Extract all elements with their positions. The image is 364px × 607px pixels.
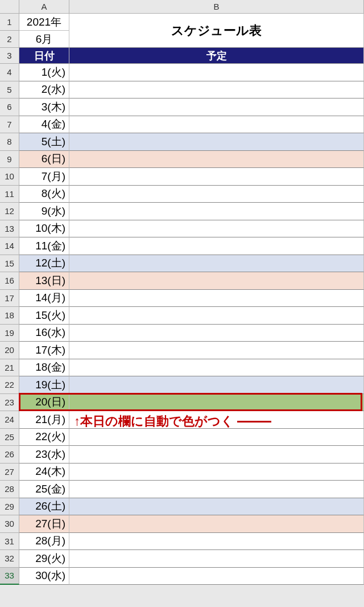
cell-date[interactable]: 27(日) (19, 515, 69, 533)
cell-date[interactable]: 29(火) (19, 550, 69, 568)
cell-month[interactable]: 6月 (19, 31, 69, 48)
row-header[interactable]: 21 (0, 359, 19, 377)
row-header[interactable]: 30 (0, 515, 19, 533)
row-header[interactable]: 18 (0, 307, 19, 325)
cell-plan[interactable] (69, 498, 364, 516)
cell-plan[interactable] (69, 481, 364, 498)
cell-date[interactable]: 10(木) (19, 220, 69, 238)
row-header[interactable]: 31 (0, 533, 19, 551)
cell-plan[interactable] (69, 116, 364, 134)
cell-date[interactable]: 2(水) (19, 81, 69, 99)
cell-plan[interactable] (69, 394, 364, 412)
cell-plan[interactable] (69, 81, 364, 99)
cell-date[interactable]: 24(木) (19, 464, 69, 481)
cell-date[interactable]: 7(月) (19, 168, 69, 186)
row-header[interactable]: 5 (0, 81, 19, 99)
cell-plan[interactable] (69, 255, 364, 273)
cell-date[interactable]: 21(月) (19, 411, 69, 429)
cell-plan[interactable] (69, 151, 364, 169)
cell-date[interactable]: 16(水) (19, 325, 69, 342)
row-header[interactable]: 7 (0, 116, 19, 134)
cell-plan[interactable] (69, 307, 364, 325)
cell-plan[interactable] (69, 342, 364, 359)
row-header[interactable]: 32 (0, 550, 19, 568)
cell-date[interactable]: 18(金) (19, 359, 69, 377)
cell-plan[interactable] (69, 203, 364, 220)
row-header[interactable]: 22 (0, 376, 19, 394)
row-header[interactable]: 23 (0, 394, 19, 412)
cell-plan[interactable] (69, 429, 364, 446)
row-header[interactable]: 20 (0, 342, 19, 359)
row-header[interactable]: 10 (0, 168, 19, 186)
row-header[interactable]: 15 (0, 255, 19, 273)
cell-plan[interactable] (69, 237, 364, 255)
row-header[interactable]: 9 (0, 151, 19, 169)
cell-plan[interactable] (69, 290, 364, 307)
cell-date[interactable]: 1(火) (19, 64, 69, 81)
cell-plan[interactable] (69, 515, 364, 533)
cell-date[interactable]: 22(火) (19, 429, 69, 446)
cell-plan[interactable] (69, 359, 364, 377)
cell-date[interactable]: 6(日) (19, 151, 69, 169)
cell-date[interactable]: 13(日) (19, 272, 69, 290)
row-header[interactable]: 13 (0, 220, 19, 238)
cell-date[interactable]: 19(土) (19, 376, 69, 394)
cell-date[interactable]: 20(日) (19, 394, 69, 412)
row-header[interactable]: 17 (0, 290, 19, 307)
cell-date[interactable]: 28(月) (19, 533, 69, 551)
row-header[interactable]: 3 (0, 48, 19, 64)
cell-plan[interactable] (69, 325, 364, 342)
row-header[interactable]: 11 (0, 186, 19, 203)
cell-date[interactable]: 4(金) (19, 116, 69, 134)
cell-date[interactable]: 8(火) (19, 186, 69, 203)
cell-date[interactable]: 17(木) (19, 342, 69, 359)
cell-date[interactable]: 12(土) (19, 255, 69, 273)
cell-plan[interactable] (69, 568, 364, 585)
cell-date[interactable]: 26(土) (19, 498, 69, 516)
cell-plan[interactable] (69, 186, 364, 203)
header-date[interactable]: 日付 (19, 48, 69, 64)
cell-plan[interactable] (69, 133, 364, 151)
header-plan[interactable]: 予定 (69, 48, 364, 64)
cell-plan[interactable] (69, 220, 364, 238)
column-header-a[interactable]: A (19, 0, 69, 14)
row-header[interactable]: 12 (0, 203, 19, 220)
cell-plan[interactable] (69, 168, 364, 186)
row-header[interactable]: 28 (0, 481, 19, 498)
row-header[interactable]: 1 (0, 14, 19, 31)
row-header[interactable]: 6 (0, 99, 19, 116)
cell-plan[interactable] (69, 550, 364, 568)
column-header-b[interactable]: B (69, 0, 364, 14)
cell-date[interactable]: 5(土) (19, 133, 69, 151)
row-header[interactable]: 24 (0, 411, 19, 429)
cell-plan[interactable] (69, 99, 364, 116)
cell-date[interactable]: 30(水) (19, 568, 69, 585)
row-header[interactable]: 29 (0, 498, 19, 516)
cell-plan[interactable] (69, 464, 364, 481)
cell-date[interactable]: 15(火) (19, 307, 69, 325)
row-header[interactable]: 19 (0, 325, 19, 342)
cell-plan[interactable] (69, 446, 364, 464)
row-header[interactable]: 8 (0, 133, 19, 151)
cell-plan[interactable] (69, 376, 364, 394)
cell-date[interactable]: 14(月) (19, 290, 69, 307)
cell-plan[interactable] (69, 272, 364, 290)
cell-year[interactable]: 2021年 (19, 14, 69, 31)
row-header[interactable]: 26 (0, 446, 19, 464)
row-header[interactable]: 2 (0, 31, 19, 48)
cell-date[interactable]: 25(金) (19, 481, 69, 498)
row-header[interactable]: 25 (0, 429, 19, 446)
row-header[interactable]: 27 (0, 464, 19, 481)
cell-date[interactable]: 9(水) (19, 203, 69, 220)
cell-plan[interactable] (69, 533, 364, 551)
row-header[interactable]: 16 (0, 272, 19, 290)
row-header[interactable]: 4 (0, 64, 19, 81)
cell-date[interactable]: 3(木) (19, 99, 69, 116)
row-header[interactable]: 14 (0, 237, 19, 255)
cell-plan[interactable] (69, 64, 364, 81)
row-header[interactable]: 33 (0, 568, 19, 585)
cell-date[interactable]: 11(金) (19, 237, 69, 255)
schedule-title[interactable]: スケジュール表 (69, 14, 364, 48)
select-all-corner[interactable] (0, 0, 19, 14)
cell-date[interactable]: 23(水) (19, 446, 69, 464)
